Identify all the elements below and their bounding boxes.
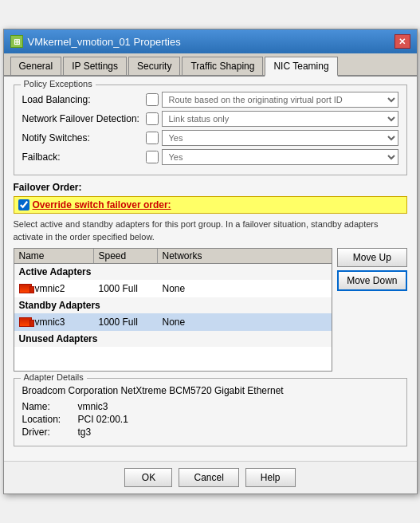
ok-button[interactable]: OK bbox=[124, 468, 172, 487]
policy-exceptions-label: Policy Exceptions bbox=[21, 79, 96, 88]
close-button[interactable]: ✕ bbox=[394, 34, 410, 49]
active-adapters-title: Active Adapters bbox=[14, 264, 332, 280]
override-text: Override switch failover order: bbox=[33, 199, 171, 210]
adapters-area: Name Speed Networks Active Adapters vmni… bbox=[14, 248, 407, 372]
notify-switches-row: Notify Switches: Yes bbox=[22, 130, 398, 146]
standby-adapter-name: vmnic3 bbox=[14, 315, 94, 329]
tab-security[interactable]: Security bbox=[128, 57, 180, 75]
adapter-description: Broadcom Corporation NetXtreme BCM5720 G… bbox=[22, 385, 398, 396]
unused-adapters-area bbox=[14, 347, 332, 371]
load-balancing-label: Load Balancing: bbox=[22, 94, 146, 105]
tab-ip-settings[interactable]: IP Settings bbox=[63, 57, 127, 75]
failover-detection-row: Network Failover Detection: Link status … bbox=[22, 111, 398, 127]
failover-order-label: Failover Order: bbox=[14, 182, 407, 193]
adapters-table-header: Name Speed Networks bbox=[14, 249, 332, 264]
col-networks: Networks bbox=[158, 249, 332, 263]
standby-adapter-row[interactable]: vmnic3 1000 Full None bbox=[14, 313, 332, 331]
standby-adapters-title: Standby Adapters bbox=[14, 297, 332, 313]
failback-select[interactable]: Yes bbox=[162, 149, 398, 165]
tab-traffic-shaping[interactable]: Traffic Shaping bbox=[182, 57, 263, 75]
title-bar-left: ⊞ VMkernel_vmotion_01 Properties bbox=[10, 35, 181, 48]
main-window: ⊞ VMkernel_vmotion_01 Properties ✕ Gener… bbox=[3, 29, 418, 494]
col-name: Name bbox=[14, 249, 94, 263]
detail-driver-value: tg3 bbox=[78, 427, 92, 438]
active-adapter-networks: None bbox=[158, 281, 332, 296]
app-icon: ⊞ bbox=[10, 35, 23, 48]
help-button[interactable]: Help bbox=[245, 468, 296, 487]
failover-detection-label: Network Failover Detection: bbox=[22, 113, 146, 124]
failover-detection-checkbox[interactable] bbox=[146, 112, 159, 125]
override-row: Override switch failover order: bbox=[14, 196, 407, 214]
nic-icon-vmnic3 bbox=[19, 317, 32, 327]
detail-driver-row: Driver: tg3 bbox=[22, 427, 398, 438]
standby-adapter-networks: None bbox=[158, 315, 332, 329]
move-buttons: Move Up Move Down bbox=[337, 248, 406, 372]
active-adapter-name: vmnic2 bbox=[14, 281, 94, 296]
failback-label: Failback: bbox=[22, 151, 146, 163]
standby-adapter-speed: 1000 Full bbox=[94, 315, 158, 329]
notify-switches-label: Notify Switches: bbox=[22, 132, 146, 144]
title-bar: ⊞ VMkernel_vmotion_01 Properties ✕ bbox=[4, 29, 417, 53]
col-speed: Speed bbox=[94, 249, 158, 263]
footer: OK Cancel Help bbox=[4, 461, 417, 494]
content-area: Policy Exceptions Load Balancing: Route … bbox=[4, 77, 417, 461]
nic-icon-vmnic2 bbox=[19, 284, 32, 293]
detail-location-key: Location: bbox=[22, 414, 78, 425]
notify-switches-checkbox[interactable] bbox=[146, 132, 159, 144]
failback-checkbox[interactable] bbox=[146, 151, 159, 163]
window-title: VMkernel_vmotion_01 Properties bbox=[28, 36, 181, 48]
adapter-details-group: Adapter Details Broadcom Corporation Net… bbox=[14, 378, 407, 446]
override-checkbox[interactable] bbox=[18, 199, 29, 210]
failover-detection-select[interactable]: Link status only bbox=[162, 111, 398, 127]
adapter-details-group-label: Adapter Details bbox=[21, 372, 87, 382]
detail-name-row: Name: vmnic3 bbox=[22, 401, 398, 412]
unused-adapters-title: Unused Adapters bbox=[14, 331, 332, 347]
detail-driver-key: Driver: bbox=[22, 427, 78, 438]
tab-bar: General IP Settings Security Traffic Sha… bbox=[4, 53, 417, 77]
adapters-table: Name Speed Networks Active Adapters vmni… bbox=[14, 248, 333, 372]
cancel-button[interactable]: Cancel bbox=[179, 468, 238, 487]
active-adapter-speed: 1000 Full bbox=[94, 281, 158, 296]
tab-nic-teaming[interactable]: NIC Teaming bbox=[265, 57, 337, 77]
load-balancing-row: Load Balancing: Route based on the origi… bbox=[22, 92, 398, 108]
detail-location-value: PCI 02:00.1 bbox=[78, 414, 128, 425]
detail-name-key: Name: bbox=[22, 401, 78, 412]
active-adapter-row[interactable]: vmnic2 1000 Full None bbox=[14, 280, 332, 297]
notify-switches-select[interactable]: Yes bbox=[162, 130, 398, 146]
load-balancing-checkbox[interactable] bbox=[146, 93, 159, 106]
detail-location-row: Location: PCI 02:00.1 bbox=[22, 414, 398, 425]
move-up-button[interactable]: Move Up bbox=[337, 248, 406, 267]
failover-description: Select active and standby adapters for t… bbox=[14, 218, 407, 243]
move-down-button[interactable]: Move Down bbox=[337, 270, 406, 291]
failback-row: Failback: Yes bbox=[22, 149, 398, 165]
policy-exceptions-group: Policy Exceptions Load Balancing: Route … bbox=[14, 85, 407, 175]
load-balancing-select[interactable]: Route based on the originating virtual p… bbox=[162, 92, 398, 108]
tab-general[interactable]: General bbox=[10, 57, 62, 75]
detail-name-value: vmnic3 bbox=[78, 401, 108, 412]
